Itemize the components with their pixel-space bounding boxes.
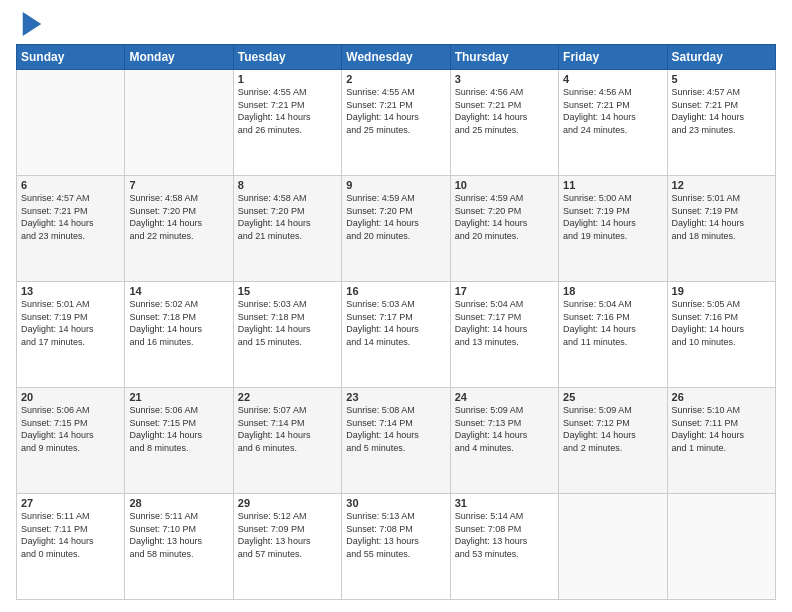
calendar-cell: 4Sunrise: 4:56 AM Sunset: 7:21 PM Daylig… [559, 70, 667, 176]
day-number: 14 [129, 285, 228, 297]
day-info: Sunrise: 5:00 AM Sunset: 7:19 PM Dayligh… [563, 192, 662, 242]
day-info: Sunrise: 5:11 AM Sunset: 7:11 PM Dayligh… [21, 510, 120, 560]
day-number: 12 [672, 179, 771, 191]
calendar-week-3: 13Sunrise: 5:01 AM Sunset: 7:19 PM Dayli… [17, 282, 776, 388]
calendar-cell: 31Sunrise: 5:14 AM Sunset: 7:08 PM Dayli… [450, 494, 558, 600]
day-number: 22 [238, 391, 337, 403]
calendar-cell: 11Sunrise: 5:00 AM Sunset: 7:19 PM Dayli… [559, 176, 667, 282]
calendar-cell: 27Sunrise: 5:11 AM Sunset: 7:11 PM Dayli… [17, 494, 125, 600]
calendar-cell: 2Sunrise: 4:55 AM Sunset: 7:21 PM Daylig… [342, 70, 450, 176]
day-info: Sunrise: 5:14 AM Sunset: 7:08 PM Dayligh… [455, 510, 554, 560]
calendar-cell: 13Sunrise: 5:01 AM Sunset: 7:19 PM Dayli… [17, 282, 125, 388]
day-number: 24 [455, 391, 554, 403]
weekday-header-tuesday: Tuesday [233, 45, 341, 70]
day-info: Sunrise: 5:07 AM Sunset: 7:14 PM Dayligh… [238, 404, 337, 454]
calendar-cell: 21Sunrise: 5:06 AM Sunset: 7:15 PM Dayli… [125, 388, 233, 494]
day-info: Sunrise: 5:12 AM Sunset: 7:09 PM Dayligh… [238, 510, 337, 560]
day-info: Sunrise: 5:06 AM Sunset: 7:15 PM Dayligh… [129, 404, 228, 454]
day-number: 4 [563, 73, 662, 85]
day-number: 28 [129, 497, 228, 509]
day-number: 9 [346, 179, 445, 191]
day-info: Sunrise: 5:01 AM Sunset: 7:19 PM Dayligh… [21, 298, 120, 348]
day-info: Sunrise: 5:06 AM Sunset: 7:15 PM Dayligh… [21, 404, 120, 454]
logo-icon [22, 12, 42, 36]
calendar-cell: 28Sunrise: 5:11 AM Sunset: 7:10 PM Dayli… [125, 494, 233, 600]
calendar-cell: 29Sunrise: 5:12 AM Sunset: 7:09 PM Dayli… [233, 494, 341, 600]
calendar-cell [125, 70, 233, 176]
weekday-header-monday: Monday [125, 45, 233, 70]
day-info: Sunrise: 5:05 AM Sunset: 7:16 PM Dayligh… [672, 298, 771, 348]
calendar-cell: 9Sunrise: 4:59 AM Sunset: 7:20 PM Daylig… [342, 176, 450, 282]
calendar-cell: 6Sunrise: 4:57 AM Sunset: 7:21 PM Daylig… [17, 176, 125, 282]
day-info: Sunrise: 4:55 AM Sunset: 7:21 PM Dayligh… [238, 86, 337, 136]
calendar-cell: 5Sunrise: 4:57 AM Sunset: 7:21 PM Daylig… [667, 70, 775, 176]
day-info: Sunrise: 5:09 AM Sunset: 7:12 PM Dayligh… [563, 404, 662, 454]
day-number: 27 [21, 497, 120, 509]
calendar-week-2: 6Sunrise: 4:57 AM Sunset: 7:21 PM Daylig… [17, 176, 776, 282]
day-number: 8 [238, 179, 337, 191]
calendar-cell: 26Sunrise: 5:10 AM Sunset: 7:11 PM Dayli… [667, 388, 775, 494]
weekday-header-thursday: Thursday [450, 45, 558, 70]
day-info: Sunrise: 5:02 AM Sunset: 7:18 PM Dayligh… [129, 298, 228, 348]
logo [16, 12, 42, 36]
day-number: 7 [129, 179, 228, 191]
day-info: Sunrise: 4:56 AM Sunset: 7:21 PM Dayligh… [455, 86, 554, 136]
day-number: 30 [346, 497, 445, 509]
calendar-cell: 1Sunrise: 4:55 AM Sunset: 7:21 PM Daylig… [233, 70, 341, 176]
day-number: 19 [672, 285, 771, 297]
calendar-week-4: 20Sunrise: 5:06 AM Sunset: 7:15 PM Dayli… [17, 388, 776, 494]
weekday-header-friday: Friday [559, 45, 667, 70]
day-number: 13 [21, 285, 120, 297]
page: SundayMondayTuesdayWednesdayThursdayFrid… [0, 0, 792, 612]
calendar-cell: 30Sunrise: 5:13 AM Sunset: 7:08 PM Dayli… [342, 494, 450, 600]
calendar-table: SundayMondayTuesdayWednesdayThursdayFrid… [16, 44, 776, 600]
calendar-cell [667, 494, 775, 600]
day-info: Sunrise: 5:08 AM Sunset: 7:14 PM Dayligh… [346, 404, 445, 454]
calendar-cell: 22Sunrise: 5:07 AM Sunset: 7:14 PM Dayli… [233, 388, 341, 494]
day-info: Sunrise: 5:04 AM Sunset: 7:17 PM Dayligh… [455, 298, 554, 348]
calendar-cell [17, 70, 125, 176]
calendar-cell: 18Sunrise: 5:04 AM Sunset: 7:16 PM Dayli… [559, 282, 667, 388]
calendar-cell: 24Sunrise: 5:09 AM Sunset: 7:13 PM Dayli… [450, 388, 558, 494]
day-info: Sunrise: 4:59 AM Sunset: 7:20 PM Dayligh… [346, 192, 445, 242]
day-info: Sunrise: 5:11 AM Sunset: 7:10 PM Dayligh… [129, 510, 228, 560]
day-info: Sunrise: 4:58 AM Sunset: 7:20 PM Dayligh… [129, 192, 228, 242]
calendar-cell: 8Sunrise: 4:58 AM Sunset: 7:20 PM Daylig… [233, 176, 341, 282]
day-info: Sunrise: 4:56 AM Sunset: 7:21 PM Dayligh… [563, 86, 662, 136]
day-info: Sunrise: 5:10 AM Sunset: 7:11 PM Dayligh… [672, 404, 771, 454]
weekday-header-row: SundayMondayTuesdayWednesdayThursdayFrid… [17, 45, 776, 70]
day-info: Sunrise: 5:03 AM Sunset: 7:18 PM Dayligh… [238, 298, 337, 348]
day-info: Sunrise: 5:04 AM Sunset: 7:16 PM Dayligh… [563, 298, 662, 348]
calendar-cell [559, 494, 667, 600]
day-number: 17 [455, 285, 554, 297]
calendar-cell: 12Sunrise: 5:01 AM Sunset: 7:19 PM Dayli… [667, 176, 775, 282]
day-info: Sunrise: 5:03 AM Sunset: 7:17 PM Dayligh… [346, 298, 445, 348]
day-number: 29 [238, 497, 337, 509]
day-number: 21 [129, 391, 228, 403]
day-number: 1 [238, 73, 337, 85]
day-info: Sunrise: 5:09 AM Sunset: 7:13 PM Dayligh… [455, 404, 554, 454]
calendar-cell: 19Sunrise: 5:05 AM Sunset: 7:16 PM Dayli… [667, 282, 775, 388]
weekday-header-wednesday: Wednesday [342, 45, 450, 70]
calendar-cell: 10Sunrise: 4:59 AM Sunset: 7:20 PM Dayli… [450, 176, 558, 282]
day-number: 10 [455, 179, 554, 191]
day-number: 20 [21, 391, 120, 403]
day-number: 5 [672, 73, 771, 85]
day-number: 25 [563, 391, 662, 403]
day-number: 23 [346, 391, 445, 403]
calendar-cell: 17Sunrise: 5:04 AM Sunset: 7:17 PM Dayli… [450, 282, 558, 388]
day-number: 26 [672, 391, 771, 403]
day-info: Sunrise: 4:58 AM Sunset: 7:20 PM Dayligh… [238, 192, 337, 242]
day-number: 16 [346, 285, 445, 297]
svg-marker-0 [23, 12, 41, 36]
weekday-header-saturday: Saturday [667, 45, 775, 70]
day-info: Sunrise: 4:57 AM Sunset: 7:21 PM Dayligh… [672, 86, 771, 136]
day-info: Sunrise: 4:57 AM Sunset: 7:21 PM Dayligh… [21, 192, 120, 242]
calendar-cell: 16Sunrise: 5:03 AM Sunset: 7:17 PM Dayli… [342, 282, 450, 388]
day-number: 15 [238, 285, 337, 297]
calendar-cell: 15Sunrise: 5:03 AM Sunset: 7:18 PM Dayli… [233, 282, 341, 388]
day-number: 2 [346, 73, 445, 85]
day-number: 11 [563, 179, 662, 191]
calendar-week-5: 27Sunrise: 5:11 AM Sunset: 7:11 PM Dayli… [17, 494, 776, 600]
calendar-cell: 20Sunrise: 5:06 AM Sunset: 7:15 PM Dayli… [17, 388, 125, 494]
